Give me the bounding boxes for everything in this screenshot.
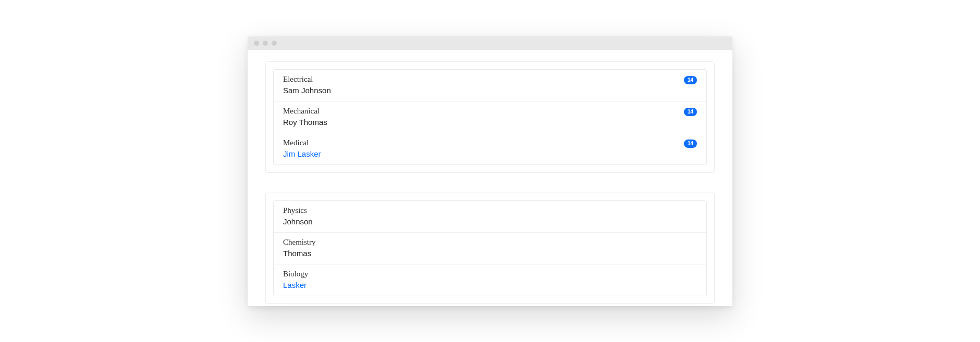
count-badge: 14: [684, 76, 697, 84]
item-subtitle: Jim Lasker: [283, 149, 321, 158]
item-title: Chemistry: [283, 238, 316, 247]
list-item[interactable]: Biology Lasker: [274, 264, 706, 296]
list-item-text: Mechanical Roy Thomas: [283, 107, 327, 126]
browser-body: Electrical Sam Johnson 14 Mechanical Roy…: [248, 50, 732, 306]
traffic-light-minimize-icon[interactable]: [263, 41, 268, 46]
list-group: Electrical Sam Johnson 14 Mechanical Roy…: [273, 69, 707, 165]
item-subtitle: Johnson: [283, 217, 313, 226]
list-card: Physics Johnson Chemistry Thomas Biology: [265, 193, 715, 304]
list-item-text: Physics Johnson: [283, 206, 313, 226]
item-subtitle: Roy Thomas: [283, 118, 327, 126]
list-item-text: Medical Jim Lasker: [283, 138, 321, 158]
item-title: Electrical: [283, 75, 331, 84]
count-badge: 14: [684, 140, 697, 148]
list-item[interactable]: Chemistry Thomas: [274, 233, 706, 264]
list-item-text: Electrical Sam Johnson: [283, 75, 331, 95]
browser-window: Electrical Sam Johnson 14 Mechanical Roy…: [248, 36, 732, 306]
item-subtitle: Thomas: [283, 249, 316, 258]
traffic-light-close-icon[interactable]: [254, 41, 259, 46]
list-item[interactable]: Electrical Sam Johnson 14: [274, 70, 706, 102]
item-title: Medical: [283, 138, 321, 147]
content-scroll-area[interactable]: Electrical Sam Johnson 14 Mechanical Roy…: [248, 50, 732, 306]
list-card: Electrical Sam Johnson 14 Mechanical Roy…: [265, 61, 715, 173]
list-item[interactable]: Physics Johnson: [274, 201, 706, 233]
list-item[interactable]: Mechanical Roy Thomas 14: [274, 102, 706, 133]
list-item[interactable]: Medical Jim Lasker 14: [274, 133, 706, 164]
traffic-light-zoom-icon[interactable]: [272, 41, 277, 46]
item-title: Physics: [283, 206, 313, 215]
list-group: Physics Johnson Chemistry Thomas Biology: [273, 200, 707, 296]
item-subtitle: Sam Johnson: [283, 86, 331, 95]
list-item-text: Biology Lasker: [283, 270, 308, 289]
item-title: Biology: [283, 270, 308, 278]
count-badge: 14: [684, 108, 697, 116]
list-item-text: Chemistry Thomas: [283, 238, 316, 258]
item-subtitle: Lasker: [283, 281, 308, 289]
item-title: Mechanical: [283, 107, 327, 116]
browser-titlebar: [248, 36, 732, 50]
